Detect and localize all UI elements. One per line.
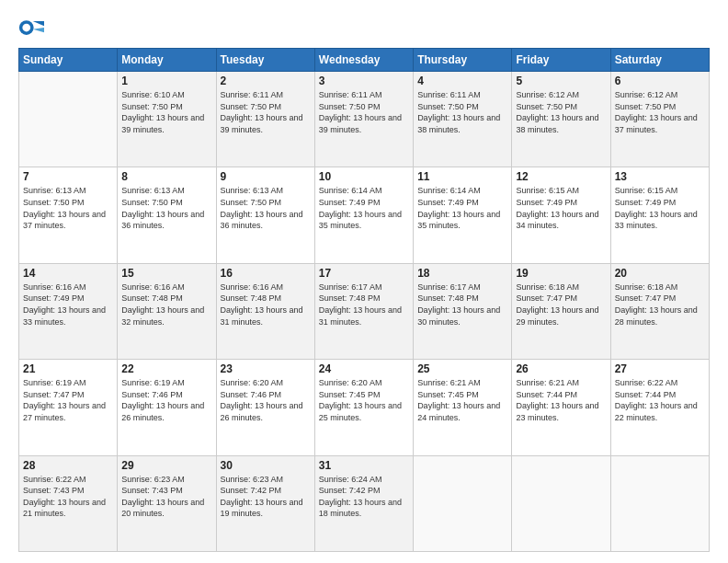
- calendar-table: SundayMondayTuesdayWednesdayThursdayFrid…: [18, 48, 710, 552]
- calendar-cell: 12Sunrise: 6:15 AMSunset: 7:49 PMDayligh…: [512, 167, 610, 263]
- calendar-cell: 20Sunrise: 6:18 AMSunset: 7:47 PMDayligh…: [610, 263, 709, 359]
- calendar-cell: 19Sunrise: 6:18 AMSunset: 7:47 PMDayligh…: [512, 263, 610, 359]
- day-info: Sunrise: 6:10 AMSunset: 7:50 PMDaylight:…: [121, 89, 211, 135]
- day-info: Sunrise: 6:23 AMSunset: 7:43 PMDaylight:…: [121, 474, 211, 520]
- day-number: 30: [221, 459, 311, 472]
- day-number: 22: [121, 362, 211, 375]
- day-info: Sunrise: 6:18 AMSunset: 7:47 PMDaylight:…: [516, 282, 606, 327]
- day-info: Sunrise: 6:11 AMSunset: 7:50 PMDaylight:…: [319, 89, 409, 135]
- calendar-cell: 27Sunrise: 6:22 AMSunset: 7:44 PMDayligh…: [610, 360, 709, 455]
- calendar-cell: 6Sunrise: 6:12 AMSunset: 7:50 PMDaylight…: [610, 72, 709, 167]
- day-info: Sunrise: 6:22 AMSunset: 7:44 PMDaylight:…: [615, 377, 705, 423]
- calendar-cell: [610, 455, 709, 551]
- calendar-cell: 8Sunrise: 6:13 AMSunset: 7:50 PMDaylight…: [118, 167, 216, 263]
- day-info: Sunrise: 6:13 AMSunset: 7:50 PMDaylight:…: [121, 185, 211, 231]
- calendar-cell: 15Sunrise: 6:16 AMSunset: 7:48 PMDayligh…: [118, 263, 216, 359]
- calendar-cell: 17Sunrise: 6:17 AMSunset: 7:48 PMDayligh…: [314, 263, 413, 359]
- svg-point-1: [22, 24, 30, 32]
- day-number: 1: [121, 75, 211, 87]
- day-info: Sunrise: 6:11 AMSunset: 7:50 PMDaylight:…: [417, 89, 507, 135]
- day-number: 19: [516, 267, 606, 280]
- day-info: Sunrise: 6:16 AMSunset: 7:49 PMDaylight:…: [23, 282, 113, 327]
- calendar-cell: 11Sunrise: 6:14 AMSunset: 7:49 PMDayligh…: [414, 167, 512, 263]
- day-number: 18: [417, 267, 507, 280]
- calendar-cell: 23Sunrise: 6:20 AMSunset: 7:46 PMDayligh…: [216, 360, 314, 455]
- day-info: Sunrise: 6:12 AMSunset: 7:50 PMDaylight:…: [516, 89, 606, 135]
- calendar-header-thursday: Thursday: [414, 49, 512, 72]
- calendar-page: SundayMondayTuesdayWednesdayThursdayFrid…: [0, 0, 728, 563]
- day-info: Sunrise: 6:18 AMSunset: 7:47 PMDaylight:…: [615, 282, 705, 327]
- day-info: Sunrise: 6:14 AMSunset: 7:49 PMDaylight:…: [319, 185, 409, 231]
- calendar-cell: 1Sunrise: 6:10 AMSunset: 7:50 PMDaylight…: [118, 72, 216, 167]
- calendar-cell: 3Sunrise: 6:11 AMSunset: 7:50 PMDaylight…: [314, 72, 413, 167]
- day-info: Sunrise: 6:21 AMSunset: 7:44 PMDaylight:…: [516, 377, 606, 423]
- day-number: 11: [417, 170, 507, 183]
- calendar-cell: 28Sunrise: 6:22 AMSunset: 7:43 PMDayligh…: [19, 455, 118, 551]
- day-info: Sunrise: 6:11 AMSunset: 7:50 PMDaylight:…: [221, 89, 311, 135]
- calendar-cell: 22Sunrise: 6:19 AMSunset: 7:46 PMDayligh…: [118, 360, 216, 455]
- day-number: 6: [615, 75, 705, 87]
- calendar-cell: 24Sunrise: 6:20 AMSunset: 7:45 PMDayligh…: [314, 360, 413, 455]
- day-number: 10: [319, 170, 409, 183]
- calendar-cell: 16Sunrise: 6:16 AMSunset: 7:48 PMDayligh…: [216, 263, 314, 359]
- day-info: Sunrise: 6:17 AMSunset: 7:48 PMDaylight:…: [417, 282, 507, 327]
- calendar-header-tuesday: Tuesday: [216, 49, 314, 72]
- day-info: Sunrise: 6:13 AMSunset: 7:50 PMDaylight:…: [23, 185, 113, 231]
- calendar-header-sunday: Sunday: [19, 49, 118, 72]
- calendar-cell: [512, 455, 610, 551]
- day-number: 5: [516, 75, 606, 87]
- calendar-header-saturday: Saturday: [610, 49, 709, 72]
- day-number: 17: [319, 267, 409, 280]
- calendar-cell: 31Sunrise: 6:24 AMSunset: 7:42 PMDayligh…: [314, 455, 413, 551]
- logo-icon: [18, 15, 44, 40]
- day-info: Sunrise: 6:21 AMSunset: 7:45 PMDaylight:…: [417, 377, 507, 423]
- calendar-cell: 29Sunrise: 6:23 AMSunset: 7:43 PMDayligh…: [118, 455, 216, 551]
- calendar-cell: [19, 72, 118, 167]
- calendar-cell: 4Sunrise: 6:11 AMSunset: 7:50 PMDaylight…: [414, 72, 512, 167]
- day-number: 25: [417, 362, 507, 375]
- day-number: 2: [221, 75, 311, 87]
- calendar-week-row: 28Sunrise: 6:22 AMSunset: 7:43 PMDayligh…: [19, 455, 710, 551]
- day-number: 26: [516, 362, 606, 375]
- day-info: Sunrise: 6:12 AMSunset: 7:50 PMDaylight:…: [615, 89, 705, 135]
- day-number: 4: [417, 75, 507, 87]
- day-info: Sunrise: 6:17 AMSunset: 7:48 PMDaylight:…: [319, 282, 409, 327]
- calendar-cell: 13Sunrise: 6:15 AMSunset: 7:49 PMDayligh…: [610, 167, 709, 263]
- calendar-header-row: SundayMondayTuesdayWednesdayThursdayFrid…: [19, 49, 710, 72]
- calendar-cell: 14Sunrise: 6:16 AMSunset: 7:49 PMDayligh…: [19, 263, 118, 359]
- svg-marker-2: [33, 21, 44, 26]
- day-number: 28: [23, 459, 113, 472]
- day-number: 8: [121, 170, 211, 183]
- day-info: Sunrise: 6:15 AMSunset: 7:49 PMDaylight:…: [516, 185, 606, 231]
- day-info: Sunrise: 6:22 AMSunset: 7:43 PMDaylight:…: [23, 474, 113, 520]
- day-info: Sunrise: 6:14 AMSunset: 7:49 PMDaylight:…: [417, 185, 507, 231]
- day-info: Sunrise: 6:16 AMSunset: 7:48 PMDaylight:…: [221, 282, 311, 327]
- day-info: Sunrise: 6:16 AMSunset: 7:48 PMDaylight:…: [121, 282, 211, 327]
- calendar-cell: 7Sunrise: 6:13 AMSunset: 7:50 PMDaylight…: [19, 167, 118, 263]
- day-number: 9: [221, 170, 311, 183]
- day-number: 15: [121, 267, 211, 280]
- header: [18, 15, 710, 40]
- calendar-cell: 5Sunrise: 6:12 AMSunset: 7:50 PMDaylight…: [512, 72, 610, 167]
- logo: [18, 15, 48, 40]
- day-number: 31: [319, 459, 409, 472]
- calendar-header-monday: Monday: [118, 49, 216, 72]
- day-info: Sunrise: 6:20 AMSunset: 7:46 PMDaylight:…: [221, 377, 311, 423]
- day-number: 3: [319, 75, 409, 87]
- calendar-cell: 25Sunrise: 6:21 AMSunset: 7:45 PMDayligh…: [414, 360, 512, 455]
- day-info: Sunrise: 6:20 AMSunset: 7:45 PMDaylight:…: [319, 377, 409, 423]
- day-number: 12: [516, 170, 606, 183]
- day-number: 14: [23, 267, 113, 280]
- calendar-cell: 26Sunrise: 6:21 AMSunset: 7:44 PMDayligh…: [512, 360, 610, 455]
- day-info: Sunrise: 6:24 AMSunset: 7:42 PMDaylight:…: [319, 474, 409, 520]
- calendar-cell: 18Sunrise: 6:17 AMSunset: 7:48 PMDayligh…: [414, 263, 512, 359]
- svg-marker-3: [33, 28, 44, 32]
- calendar-week-row: 1Sunrise: 6:10 AMSunset: 7:50 PMDaylight…: [19, 72, 710, 167]
- day-number: 7: [23, 170, 113, 183]
- day-number: 24: [319, 362, 409, 375]
- calendar-cell: 2Sunrise: 6:11 AMSunset: 7:50 PMDaylight…: [216, 72, 314, 167]
- day-number: 16: [221, 267, 311, 280]
- calendar-week-row: 7Sunrise: 6:13 AMSunset: 7:50 PMDaylight…: [19, 167, 710, 263]
- calendar-header-wednesday: Wednesday: [314, 49, 413, 72]
- day-number: 29: [121, 459, 211, 472]
